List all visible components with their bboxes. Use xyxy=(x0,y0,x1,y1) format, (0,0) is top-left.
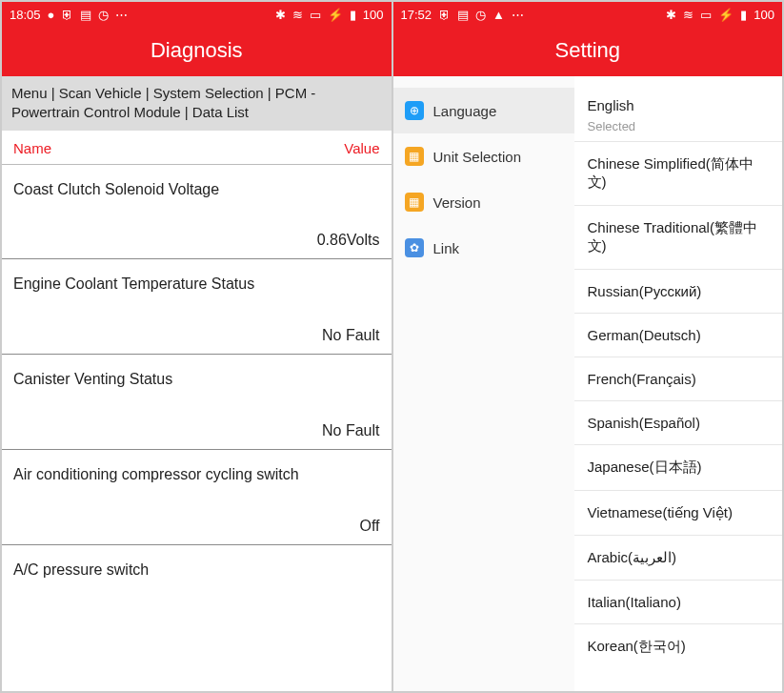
battery-pct: 100 xyxy=(754,8,774,22)
gear-icon: ✿ xyxy=(405,238,424,257)
diagnosis-screen: 18:05 ● ⛨ ▤ ◷ ⋯ ✱ ≋ ▭ ⚡ ▮ 100 Diagnosis … xyxy=(1,1,392,692)
data-row[interactable]: A/C pressure switch xyxy=(2,545,392,592)
data-name: Air conditioning compressor cycling swit… xyxy=(2,450,392,497)
status-time: 17:52 xyxy=(401,8,432,22)
data-row[interactable]: Air conditioning compressor cycling swit… xyxy=(2,450,392,545)
data-value: 0.86Volts xyxy=(2,211,392,258)
nav-label: Unit Selection xyxy=(433,149,522,165)
nav-item-unit[interactable]: ▦ Unit Selection xyxy=(393,133,574,179)
language-option[interactable]: English xyxy=(574,84,783,115)
battery-pct: 100 xyxy=(363,8,384,22)
language-option[interactable]: Spanish(Español) xyxy=(574,401,783,445)
note-icon: ▤ xyxy=(80,9,91,21)
data-name: Engine Coolant Temperature Status xyxy=(2,259,392,306)
page-title: Setting xyxy=(393,27,783,76)
language-option[interactable]: German(Deutsch) xyxy=(574,314,783,357)
setting-screen: 17:52 ⛨ ▤ ◷ ▲ ⋯ ✱ ≋ ▭ ⚡ ▮ 100 Setting ⊕ … xyxy=(392,1,784,692)
data-name: Canister Venting Status xyxy=(2,355,392,401)
bluetooth-icon: ✱ xyxy=(275,9,286,21)
settings-nav: ⊕ Language ▦ Unit Selection ▦ Version ✿ … xyxy=(393,76,574,691)
nav-item-version[interactable]: ▦ Version xyxy=(393,179,574,225)
data-value: No Fault xyxy=(2,401,392,449)
language-option[interactable]: Chinese Traditional(繁體中文) xyxy=(574,206,783,270)
grid-icon: ▦ xyxy=(405,193,424,212)
status-bar: 18:05 ● ⛨ ▤ ◷ ⋯ ✱ ≋ ▭ ⚡ ▮ 100 xyxy=(2,2,392,27)
language-option[interactable]: Vietnamese(tiếng Việt) xyxy=(574,491,783,536)
clock-icon: ◷ xyxy=(475,9,486,21)
ruler-icon: ▦ xyxy=(405,147,424,166)
more-icon: ⋯ xyxy=(115,9,128,21)
data-value: No Fault xyxy=(2,306,392,354)
col-value: Value xyxy=(344,140,379,156)
data-name: A/C pressure switch xyxy=(2,545,392,592)
warning-icon: ▲ xyxy=(493,9,505,21)
data-row[interactable]: Canister Venting Status No Fault xyxy=(2,355,392,450)
language-option[interactable]: Chinese Simplified(简体中文) xyxy=(574,142,783,206)
selected-label: Selected xyxy=(574,115,783,142)
column-headers: Name Value xyxy=(2,131,392,165)
globe-icon: ⊕ xyxy=(405,101,424,120)
nav-label: Language xyxy=(433,103,497,119)
chat-icon: ● xyxy=(48,9,55,21)
status-time: 18:05 xyxy=(10,8,41,22)
breadcrumb: Menu | Scan Vehicle | System Selection |… xyxy=(2,76,392,131)
battery-icon: ▮ xyxy=(350,9,356,21)
note-icon: ▤ xyxy=(457,9,469,21)
clock-icon: ◷ xyxy=(98,9,109,21)
battery-icon: ▮ xyxy=(740,9,747,21)
language-option[interactable]: Italian(Italiano) xyxy=(574,581,783,624)
language-option[interactable]: French(Français) xyxy=(574,357,783,401)
rotate-icon: ▭ xyxy=(310,9,321,21)
col-name: Name xyxy=(13,140,51,156)
nav-label: Link xyxy=(433,240,460,256)
data-row[interactable]: Engine Coolant Temperature Status No Fau… xyxy=(2,259,392,355)
data-value: Off xyxy=(2,497,392,544)
wifi-icon: ≋ xyxy=(683,9,694,21)
rotate-icon: ▭ xyxy=(700,9,712,21)
more-icon: ⋯ xyxy=(512,9,524,21)
nav-item-language[interactable]: ⊕ Language xyxy=(393,88,574,133)
charge-icon: ⚡ xyxy=(328,9,343,21)
language-option[interactable]: Japanese(日本語) xyxy=(574,445,783,491)
language-list[interactable]: English Selected Chinese Simplified(简体中文… xyxy=(574,76,783,691)
nav-label: Version xyxy=(433,194,481,211)
data-row[interactable]: Coast Clutch Solenoid Voltage 0.86Volts xyxy=(2,165,392,260)
shield-icon: ⛨ xyxy=(438,9,451,21)
nav-item-link[interactable]: ✿ Link xyxy=(393,225,574,271)
status-bar: 17:52 ⛨ ▤ ◷ ▲ ⋯ ✱ ≋ ▭ ⚡ ▮ 100 xyxy=(393,2,783,27)
language-option[interactable]: Arabic(العربية) xyxy=(574,536,783,581)
bluetooth-icon: ✱ xyxy=(666,9,676,21)
data-name: Coast Clutch Solenoid Voltage xyxy=(2,165,392,212)
language-option[interactable]: Korean(한국어) xyxy=(574,624,783,669)
page-title: Diagnosis xyxy=(2,27,392,76)
shield-icon: ⛨ xyxy=(61,9,73,21)
charge-icon: ⚡ xyxy=(718,9,734,21)
wifi-icon: ≋ xyxy=(292,9,303,21)
language-option[interactable]: Russian(Русский) xyxy=(574,270,783,314)
data-list[interactable]: Coast Clutch Solenoid Voltage 0.86Volts … xyxy=(2,165,392,692)
